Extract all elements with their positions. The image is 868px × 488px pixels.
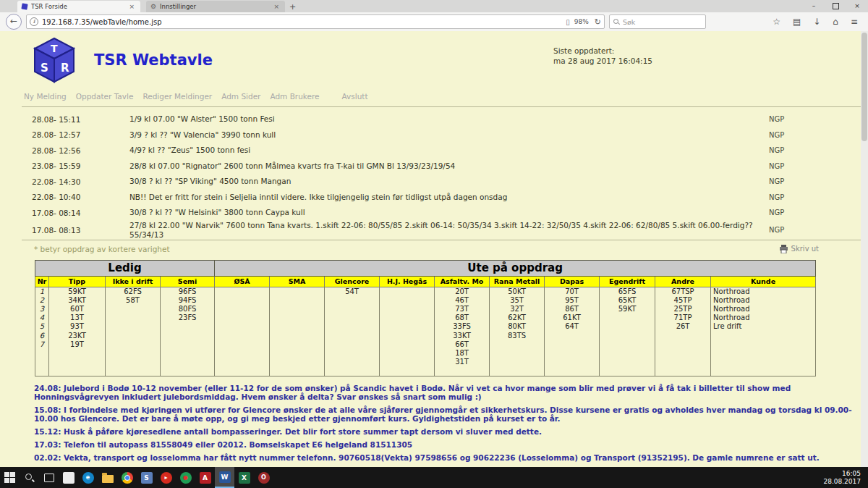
column-cells-ikke-i-drift: 62FS58T <box>106 287 161 376</box>
cell-value: 70T <box>545 287 599 296</box>
home-icon[interactable]: ⌂ <box>833 17 838 27</box>
message-row: 17.08- 08:1327/8 kl 22.00 "W Narvik" 760… <box>32 221 868 240</box>
file-explorer-app-icon[interactable] <box>98 467 117 488</box>
cell-value: 54T <box>325 287 379 296</box>
column-cells-glencore: 54T <box>325 287 380 376</box>
downloads-icon[interactable]: ↓ <box>813 17 820 27</box>
cell-value: 67TSP <box>655 287 710 296</box>
browser-toolbar: ← i 192.168.7.35/webTavle/home.jsp ▯ 98%… <box>0 12 868 32</box>
refresh-icon[interactable]: ↻ <box>595 17 601 27</box>
tab-close-icon[interactable]: × <box>127 3 136 10</box>
last-updated-label: Siste oppdatert: <box>553 46 652 56</box>
column-cells-sma <box>270 287 325 376</box>
back-button[interactable]: ← <box>6 14 22 30</box>
message-tag: NGP <box>769 177 868 185</box>
cell-value: 35T <box>490 296 544 305</box>
adobe-reader-app-icon[interactable]: A <box>195 467 215 488</box>
search-input[interactable]: Søk <box>609 14 706 29</box>
nav-link-adm-brukere[interactable]: Adm Brukere <box>270 92 319 101</box>
start-button[interactable] <box>0 467 20 488</box>
cell-value: 6 <box>35 332 48 340</box>
column-header-egendrift: Egendrift <box>600 276 655 287</box>
bookmark-star-icon[interactable]: ☆ <box>773 17 780 27</box>
cell-value: 64T <box>545 322 599 331</box>
message-row: 22.08- 14:3030/8 ? kl ?? "SP Viking" 450… <box>32 174 868 190</box>
message-text: 30/8 ? kl ?? "SP Viking" 4500 tonn Manga… <box>129 177 769 186</box>
tab-close-icon[interactable]: × <box>272 3 281 10</box>
cell-value: 80FS <box>161 305 214 314</box>
task-view-button[interactable] <box>39 467 59 488</box>
search-icon <box>25 473 34 482</box>
message-tag: NGP <box>769 226 868 234</box>
column-cells-semi: 96FS94FS80FS23FS <box>161 287 215 376</box>
window-close-button[interactable]: × <box>846 0 868 12</box>
publisher-app-icon[interactable]: O <box>254 467 273 488</box>
new-tab-button[interactable]: + <box>289 2 296 12</box>
nav-link-oppdater-tavle[interactable]: Oppdater Tavle <box>76 92 134 101</box>
edge-app-icon[interactable]: e <box>78 467 98 488</box>
message-text: 30/8 ? kl ?? "W Helsinki" 3800 tonn Cayp… <box>129 208 769 217</box>
message-row: 28.08- 15:111/9 kl 07.00 "W Alster" 1500… <box>32 112 868 127</box>
excel-app-icon[interactable]: X <box>234 467 254 488</box>
skype-app-icon[interactable]: S <box>137 467 156 488</box>
tab-tsr-forside[interactable]: TSR Forside × <box>17 1 140 12</box>
nav-link-adm-sider[interactable]: Adm Sider <box>221 92 260 101</box>
library-icon[interactable]: ▤ <box>793 17 801 27</box>
windows-logo-icon <box>4 472 15 483</box>
column-cells-h-j-hegås <box>380 287 435 376</box>
word-app-icon[interactable]: W <box>215 467 234 488</box>
clock-date: 28.08.2017 <box>823 478 861 486</box>
column-header-andre: Andre <box>655 276 711 287</box>
cell-value: 66T <box>435 340 489 349</box>
url-bar[interactable]: i 192.168.7.35/webTavle/home.jsp ▯ 98% ↻ <box>26 14 605 29</box>
cell-value: 33KT <box>435 332 489 340</box>
cell-value: 46T <box>435 296 489 305</box>
media-app-icon[interactable]: ● <box>176 467 195 488</box>
tab-innstillinger[interactable]: ⚙ Innstillinger × <box>146 1 285 12</box>
column-cells-andre: 67TSP45TP25TP71TP26T <box>655 287 711 376</box>
column-header-sma: SMA <box>270 276 325 287</box>
column-header-tipp: Tipp <box>49 276 106 287</box>
message-date: 23.08- 15:59 <box>32 161 129 170</box>
printer-icon <box>779 245 788 253</box>
nav-link-avslutt[interactable]: Avslutt <box>342 92 368 101</box>
cell-value: 65KT <box>600 296 655 305</box>
red-arrow-glyph-icon: ▸ <box>161 472 172 484</box>
cell-value: 59KT <box>600 305 655 314</box>
cell-value: 33FS <box>435 322 489 331</box>
cell-value: 95T <box>545 296 599 305</box>
red-arrow-app-icon[interactable]: ▸ <box>156 467 176 488</box>
cell-value: 45TP <box>655 296 710 305</box>
cell-value: Northroad <box>713 314 815 322</box>
chrome-icon <box>122 472 133 484</box>
search-placeholder: Søk <box>623 18 635 26</box>
column-header-dapas: Dapas <box>545 276 600 287</box>
site-info-icon[interactable]: i <box>30 17 38 26</box>
print-button[interactable]: Skriv ut <box>779 245 819 253</box>
toolbar-actions: ☆ ▤ ↓ ⌂ ≡ <box>773 17 868 27</box>
cell-value: 73T <box>435 305 489 314</box>
message-date: 28.08- 12:57 <box>32 130 129 139</box>
search-button[interactable] <box>20 467 39 488</box>
chrome-app-icon[interactable] <box>117 467 137 488</box>
taskbar-clock[interactable]: 16:05 28.08.2017 <box>823 470 868 486</box>
menu-icon[interactable]: ≡ <box>851 17 858 27</box>
nav-link-rediger-meldinger[interactable]: Rediger Meldinger <box>142 92 212 101</box>
message-date: 17.08- 08:13 <box>32 226 129 235</box>
column-header-semi: Semi <box>161 276 215 287</box>
column-header-asfaltv-mo: Asfaltv. Mo <box>435 276 490 287</box>
nav-link-ny-melding[interactable]: Ny Melding <box>24 92 67 101</box>
window-minimize-button[interactable]: – <box>803 0 825 12</box>
column-cells-asfaltv-mo: 20T46T73T68T33FS33KT66T18T31T <box>435 287 490 376</box>
message-row: 23.08- 15:5928/8 kl 07.00 "Rignator" 260… <box>32 159 868 174</box>
office-app-icon[interactable] <box>59 467 78 488</box>
message-tag: NGP <box>769 209 868 216</box>
window-maximize-button[interactable] <box>825 0 846 12</box>
cell-value: 31T <box>435 358 489 366</box>
column-header-nr: Nr <box>35 276 49 287</box>
zoom-level[interactable]: 98% <box>574 18 589 25</box>
cell-value: 62FS <box>106 287 160 296</box>
reader-mode-icon[interactable]: ▯ <box>566 18 570 26</box>
scrollbar-thumb[interactable] <box>861 33 867 141</box>
taskbar-icons: eS▸●AWXO <box>0 467 273 488</box>
